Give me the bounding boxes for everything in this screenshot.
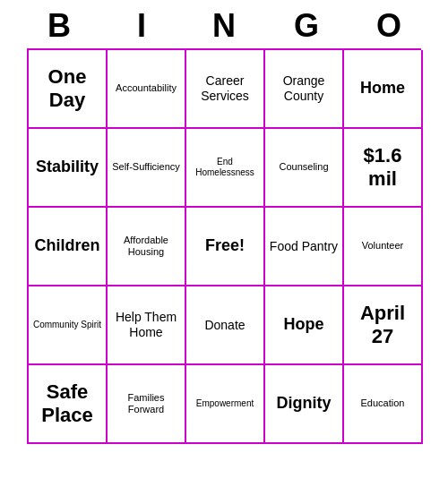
cell-text-5: Stability (36, 158, 99, 177)
header-letter-O: O (349, 7, 428, 45)
cell-2: Career Services (186, 50, 265, 129)
cell-text-18: Hope (284, 315, 324, 335)
cell-8: Counseling (265, 129, 344, 208)
cell-text-19: April 27 (348, 302, 418, 349)
cell-1: Accountability (108, 50, 186, 129)
cell-6: Self-Sufficiency (108, 129, 186, 208)
cell-text-15: Community Spirit (33, 320, 101, 330)
cell-16: Help Them Home (108, 286, 186, 365)
cell-text-7: End Homelessness (190, 157, 260, 178)
cell-18: Hope (265, 286, 344, 365)
cell-7: End Homelessness (186, 129, 265, 208)
cell-17: Donate (186, 286, 265, 365)
cell-text-0: One Day (32, 65, 102, 113)
cell-text-3: Orange County (269, 73, 339, 104)
cell-text-22: Empowerment (196, 398, 254, 409)
cell-text-8: Counseling (279, 161, 328, 173)
cell-text-24: Education (361, 397, 405, 409)
cell-15: Community Spirit (29, 286, 108, 365)
cell-text-20: Safe Place (32, 380, 102, 428)
cell-text-11: Affordable Housing (111, 235, 181, 258)
header-letter-G: G (267, 7, 346, 45)
bingo-header: BINGO (18, 0, 430, 48)
cell-text-16: Help Them Home (111, 310, 181, 340)
cell-22: Empowerment (186, 365, 265, 444)
cell-text-4: Home (360, 79, 405, 98)
cell-text-10: Children (34, 236, 99, 256)
cell-text-2: Career Services (190, 73, 260, 104)
cell-13: Food Pantry (265, 208, 344, 286)
cell-text-13: Food Pantry (270, 239, 338, 254)
cell-text-14: Volunteer (362, 240, 403, 252)
cell-text-23: Dignity (277, 394, 332, 414)
cell-9: $1.6 mil (344, 129, 423, 208)
bingo-grid: One DayAccountabilityCareer ServicesOran… (27, 48, 421, 444)
cell-4: Home (344, 50, 423, 129)
cell-23: Dignity (265, 365, 344, 444)
cell-20: Safe Place (29, 365, 108, 444)
cell-text-12: Free! (205, 236, 245, 256)
cell-11: Affordable Housing (108, 208, 186, 286)
cell-3: Orange County (265, 50, 344, 129)
cell-24: Education (344, 365, 423, 444)
cell-text-17: Donate (204, 318, 245, 333)
cell-text-21: Families Forward (111, 392, 181, 415)
cell-text-9: $1.6 mil (348, 144, 418, 192)
cell-text-1: Accountability (116, 82, 177, 94)
cell-19: April 27 (344, 286, 423, 365)
cell-0: One Day (29, 50, 108, 129)
cell-12: Free! (186, 208, 265, 286)
cell-14: Volunteer (344, 208, 423, 286)
cell-10: Children (29, 208, 108, 286)
header-letter-I: I (102, 7, 181, 45)
cell-21: Families Forward (108, 365, 186, 444)
header-letter-B: B (20, 7, 99, 45)
header-letter-N: N (185, 7, 263, 45)
cell-5: Stability (29, 129, 108, 208)
cell-text-6: Self-Sufficiency (112, 161, 180, 173)
